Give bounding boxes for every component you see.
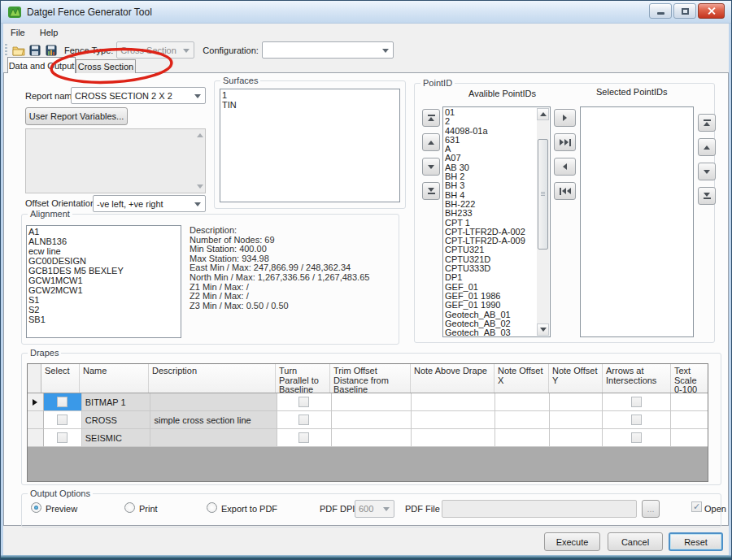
note-offset-x-cell[interactable] bbox=[495, 393, 550, 411]
text-scale-cell[interactable] bbox=[671, 393, 708, 411]
move-down-button[interactable] bbox=[422, 158, 440, 176]
offset-orientation-combo[interactable]: -ve left, +ve right bbox=[93, 195, 206, 212]
menu-item[interactable]: File bbox=[3, 25, 33, 40]
name-cell[interactable]: BITMAP 1 bbox=[82, 393, 151, 411]
user-report-variables-button[interactable]: User Report Variables... bbox=[25, 107, 128, 125]
list-item[interactable]: A1 bbox=[28, 227, 181, 237]
select-cell[interactable] bbox=[44, 429, 82, 447]
list-item[interactable]: TIN bbox=[222, 100, 399, 110]
selected-move-down-button[interactable] bbox=[698, 163, 716, 180]
list-item[interactable]: GC00DESIGN bbox=[28, 256, 181, 266]
menu-item[interactable]: Help bbox=[33, 25, 66, 40]
move-up-button[interactable] bbox=[422, 133, 440, 151]
note-above-cell[interactable] bbox=[412, 411, 495, 429]
grid-column-header[interactable]: Note Above Drape bbox=[411, 364, 495, 393]
scroll-up-button[interactable] bbox=[537, 108, 549, 120]
scroll-down-button[interactable] bbox=[537, 323, 549, 336]
scrollbar-thumb[interactable] bbox=[538, 139, 548, 250]
maximize-button[interactable] bbox=[673, 3, 696, 19]
list-item[interactable]: S2 bbox=[28, 305, 181, 315]
move-to-top-button[interactable] bbox=[422, 109, 440, 127]
note-offset-x-cell[interactable] bbox=[495, 411, 550, 429]
selected-move-up-button[interactable] bbox=[698, 138, 716, 156]
tab-data-and-output[interactable]: Data and Output bbox=[7, 57, 76, 73]
selected-move-to-bottom-button[interactable] bbox=[698, 187, 716, 205]
grid-column-header[interactable]: Select bbox=[41, 364, 80, 393]
list-item[interactable]: 631 bbox=[445, 136, 537, 145]
alignment-listbox[interactable]: A1ALNB136ecw lineGC00DESIGNGCB1DES M5 BE… bbox=[26, 225, 181, 338]
list-item[interactable]: GCW1MCW1 bbox=[28, 276, 181, 285]
tab-cross-section[interactable]: Cross Section bbox=[76, 59, 136, 73]
list-item[interactable]: BH233 bbox=[445, 209, 537, 218]
list-item[interactable]: BH 3 bbox=[445, 181, 537, 190]
list-item[interactable]: GCB1DES M5 BEXLEY bbox=[28, 266, 181, 276]
note-offset-y-cell[interactable] bbox=[550, 411, 603, 429]
trim-offset-cell[interactable] bbox=[332, 411, 412, 429]
arrows-cell[interactable] bbox=[603, 429, 671, 447]
selected-move-to-top-button[interactable] bbox=[698, 114, 716, 132]
text-scale-cell[interactable] bbox=[671, 429, 708, 447]
list-item[interactable]: GEF_01 1990 bbox=[445, 301, 537, 310]
note-offset-x-cell[interactable] bbox=[495, 429, 550, 447]
name-cell[interactable]: CROSS bbox=[82, 411, 151, 429]
note-above-cell[interactable] bbox=[412, 429, 495, 447]
cancel-button[interactable]: Cancel bbox=[608, 532, 663, 551]
select-checkbox[interactable] bbox=[57, 415, 68, 425]
select-cell[interactable] bbox=[44, 411, 82, 429]
grid-column-header[interactable]: Name bbox=[80, 364, 149, 393]
move-to-bottom-button[interactable] bbox=[422, 182, 440, 200]
row-selector-cell[interactable] bbox=[28, 429, 44, 447]
list-item[interactable]: SB1 bbox=[28, 315, 181, 324]
save-as-button[interactable] bbox=[43, 42, 59, 58]
scrollbar[interactable] bbox=[537, 108, 549, 336]
report-name-combo[interactable]: CROSS SECTION 2 X 2 bbox=[71, 87, 206, 104]
export-pdf-radio[interactable] bbox=[207, 502, 217, 513]
description-cell[interactable]: simple cross section line bbox=[150, 411, 277, 429]
move-right-button[interactable] bbox=[554, 109, 576, 127]
move-all-left-button[interactable] bbox=[554, 182, 576, 200]
grid-column-header[interactable]: Turn Parallel to Baseline bbox=[276, 364, 330, 393]
list-item[interactable]: DP1 bbox=[445, 273, 537, 282]
list-item[interactable]: 2 bbox=[445, 117, 537, 126]
note-above-cell[interactable] bbox=[412, 393, 495, 411]
list-item[interactable]: ecw line bbox=[28, 246, 181, 256]
name-cell[interactable]: SEISMIC bbox=[82, 429, 151, 447]
list-item[interactable]: Geotech_AB_03 bbox=[445, 328, 537, 337]
turn-parallel-cell[interactable] bbox=[277, 429, 332, 447]
list-item[interactable]: 1 bbox=[222, 90, 399, 100]
move-left-button[interactable] bbox=[554, 158, 576, 176]
grid-column-header[interactable]: Text Scale 0-100 bbox=[671, 364, 708, 393]
print-radio[interactable] bbox=[124, 502, 135, 513]
configuration-combo[interactable] bbox=[262, 41, 394, 59]
list-item[interactable]: 01 bbox=[445, 108, 537, 117]
execute-button[interactable]: Execute bbox=[544, 532, 600, 551]
select-checkbox[interactable] bbox=[57, 397, 68, 407]
preview-radio[interactable] bbox=[31, 502, 41, 513]
arrows-cell[interactable] bbox=[603, 393, 671, 411]
trim-offset-cell[interactable] bbox=[332, 429, 412, 447]
note-offset-y-cell[interactable] bbox=[550, 393, 603, 411]
grid-column-header[interactable]: Description bbox=[149, 364, 276, 393]
turn-parallel-cell[interactable] bbox=[277, 411, 332, 429]
grid-column-header[interactable]: Note Offset Y bbox=[549, 364, 603, 393]
list-item[interactable]: S1 bbox=[28, 295, 181, 305]
move-all-right-button[interactable] bbox=[554, 133, 576, 151]
row-selector-cell[interactable] bbox=[28, 393, 44, 411]
description-cell[interactable] bbox=[150, 429, 277, 447]
turn-parallel-cell[interactable] bbox=[277, 393, 332, 411]
arrows-cell[interactable] bbox=[603, 411, 671, 429]
select-checkbox[interactable] bbox=[57, 432, 68, 443]
text-scale-cell[interactable] bbox=[671, 411, 708, 429]
open-file-button[interactable] bbox=[11, 42, 27, 58]
grid-column-header[interactable]: Note Offset X bbox=[495, 364, 549, 393]
grid-column-header[interactable]: Arrows at Intersections bbox=[603, 364, 671, 393]
list-item[interactable]: GCW2MCW1 bbox=[28, 285, 181, 295]
save-button[interactable] bbox=[27, 42, 43, 58]
description-cell[interactable] bbox=[150, 393, 277, 411]
reset-button[interactable]: Reset bbox=[669, 532, 723, 551]
list-item[interactable]: ALNB136 bbox=[28, 237, 181, 246]
available-pointids-listbox[interactable]: 01244098-01a631AA07AB 30BH 2BH 3BH 4BH-2… bbox=[442, 106, 551, 337]
surfaces-listbox[interactable]: 1TIN bbox=[220, 89, 400, 202]
select-cell[interactable] bbox=[44, 393, 82, 411]
selected-pointids-listbox[interactable] bbox=[580, 106, 694, 337]
